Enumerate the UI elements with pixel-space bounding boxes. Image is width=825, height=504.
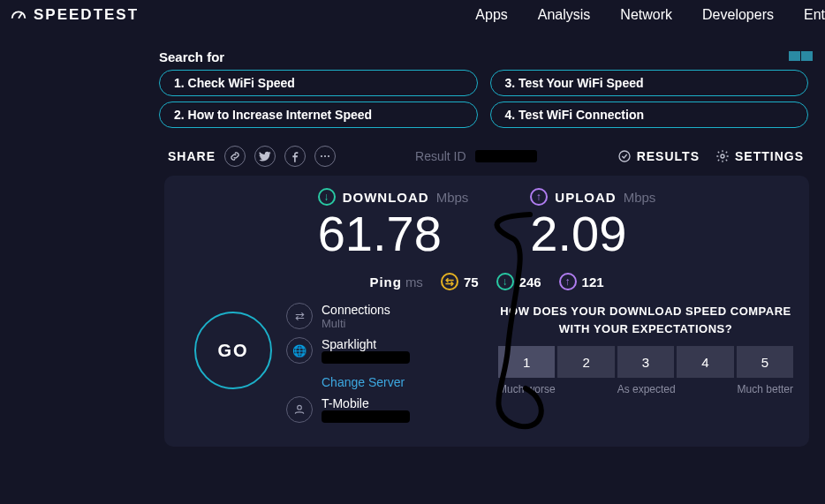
svg-point-6 [298,405,302,410]
search-link-3[interactable]: 3. Test Your WiFi Speed [490,70,809,96]
svg-point-1 [321,155,322,157]
upload-value: 2.09 [530,209,655,259]
svg-point-4 [619,151,630,162]
survey-question: HOW DOES YOUR DOWNLOAD SPEED COMPARE WIT… [498,303,793,337]
survey-low: Much worse [498,383,556,395]
ping-row: Pingms ⇆75 ↓246 ↑121 [180,273,793,290]
results-button[interactable]: RESULTS [617,149,700,163]
survey-opt-5[interactable]: 5 [737,346,793,378]
gear-icon [715,149,730,163]
survey-scale: 1 2 3 4 5 [498,346,793,378]
server-row[interactable]: 🌐 Sparklight [286,337,481,366]
gauge-icon [9,5,28,25]
svg-line-0 [19,13,22,19]
ping-idle: ⇆75 [441,273,479,290]
settings-button[interactable]: SETTINGS [715,149,804,163]
search-title: Search for [159,49,808,64]
download-label: DOWNLOAD [343,190,429,205]
upload-unit: Mbps [624,190,656,205]
ad-marker [789,51,813,61]
upload-label: UPLOAD [555,190,616,205]
settings-label: SETTINGS [735,149,804,163]
device-row: T-Mobile [286,396,481,425]
svg-point-5 [721,154,724,158]
survey-high: Much better [738,383,793,395]
nav-enterprise[interactable]: Ent [804,7,825,23]
device-name: T-Mobile [322,396,410,410]
connections-icon: ⇄ [286,303,313,329]
go-button[interactable]: GO [194,312,272,389]
share-twitter-icon[interactable] [254,146,276,167]
ping-unit: ms [405,275,423,290]
share-label: SHARE [168,149,216,163]
logo[interactable]: SPEEDTEST [9,5,139,25]
survey-opt-3[interactable]: 3 [617,346,674,378]
change-server-link[interactable]: Change Server [322,375,481,389]
svg-point-2 [324,155,326,157]
ping-up: ↑121 [559,273,604,290]
download-block: ↓ DOWNLOAD Mbps 61.78 [318,188,469,259]
ping-down-icon: ↓ [496,273,514,290]
upload-block: ↑ UPLOAD Mbps 2.09 [530,188,655,259]
user-icon [286,396,313,423]
check-circle-icon [617,149,632,163]
upload-icon: ↑ [530,188,548,206]
survey-opt-2[interactable]: 2 [557,346,614,378]
result-id-redacted [475,150,537,162]
ping-up-icon: ↑ [559,273,577,290]
connections-label: Connections [322,303,390,317]
survey-mid: As expected [617,383,676,395]
ping-down: ↓246 [496,273,541,290]
share-facebook-icon[interactable] [284,146,306,167]
ping-idle-icon: ⇆ [441,273,458,290]
connections-value: Multi [322,317,390,330]
nav-developers[interactable]: Developers [702,7,774,23]
download-unit: Mbps [436,190,469,205]
result-id-label: Result ID [415,149,466,163]
share-more-icon[interactable] [314,146,336,167]
search-link-1[interactable]: 1. Check WiFi Speed [159,70,478,96]
survey-opt-1[interactable]: 1 [498,346,555,378]
survey-opt-4[interactable]: 4 [677,346,733,378]
nav-network[interactable]: Network [620,7,672,23]
connections-row[interactable]: ⇄ Connections Multi [286,303,481,330]
search-block: Search for 1. Check WiFi Speed 3. Test Y… [159,49,808,128]
share-link-icon[interactable] [224,146,246,167]
nav-apps[interactable]: Apps [475,7,507,23]
ping-label: Ping [369,275,402,290]
search-link-2[interactable]: 2. How to Increase Internet Speed [159,102,478,128]
result-panel: ↓ DOWNLOAD Mbps 61.78 ↑ UPLOAD Mbps 2.09… [164,176,809,447]
download-icon: ↓ [318,188,336,206]
download-value: 61.78 [318,209,469,259]
search-link-4[interactable]: 4. Test WiFi Connection [490,102,809,128]
svg-point-3 [328,155,329,157]
globe-icon: 🌐 [286,337,313,364]
isp-name: Sparklight [322,337,410,351]
brand-text: SPEEDTEST [34,6,139,24]
nav-analysis[interactable]: Analysis [538,7,591,23]
results-label: RESULTS [637,149,700,163]
server-redacted [322,351,410,364]
device-redacted [322,410,410,423]
